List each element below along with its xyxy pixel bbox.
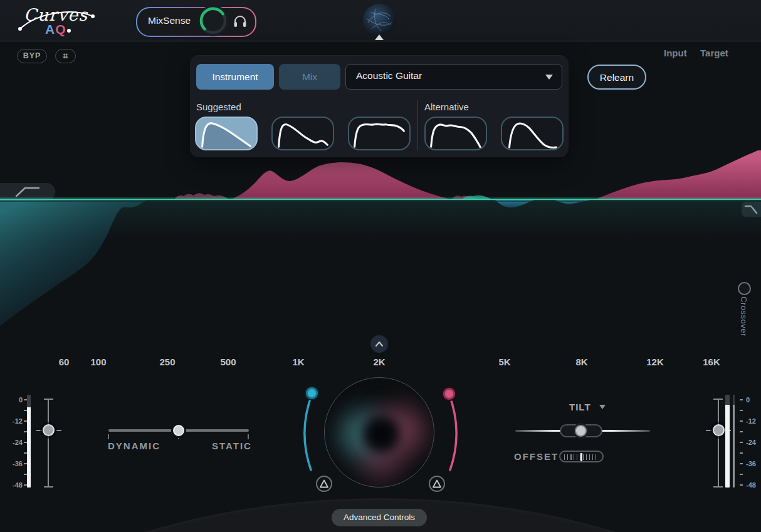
macro-orb-control[interactable]: [324, 377, 434, 488]
slider-end-cap: [44, 399, 53, 400]
thumbnail-divider: [417, 100, 418, 150]
freq-label-12k: 12K: [636, 357, 674, 367]
chevron-down-icon: [545, 75, 553, 80]
lowpass-filter-handle[interactable]: [742, 202, 761, 217]
instrument-dropdown[interactable]: Acoustic Guitar: [345, 64, 562, 90]
slider-hairline: [56, 430, 61, 431]
delta-left-button[interactable]: [316, 476, 332, 492]
spectrum-display[interactable]: [0, 150, 761, 351]
input-meter-label[interactable]: Input: [664, 48, 687, 58]
db-scale-label: 0: [9, 396, 23, 404]
db-scale-label: -12: [746, 417, 761, 425]
offset-label: OFFSET: [514, 451, 559, 462]
preset-thumbnail-suggested-2[interactable]: [271, 117, 334, 150]
freq-label-250: 250: [149, 357, 186, 367]
static-label: STATIC: [212, 441, 252, 451]
crossover-knob[interactable]: [738, 282, 751, 295]
logo-q-dot: [67, 29, 71, 33]
freq-label-16k: 16K: [693, 357, 730, 367]
alternative-label: Alternative: [424, 102, 469, 112]
collapse-panel-button[interactable]: [370, 335, 388, 353]
below-line-wash: [0, 199, 761, 238]
target-meter-label[interactable]: Target: [700, 48, 728, 58]
instrument-dropdown-value: Acoustic Guitar: [356, 70, 422, 81]
excess-area-mid: [231, 162, 450, 199]
caret-down-icon[interactable]: [599, 405, 606, 409]
tilt-mode-dropdown[interactable]: TILT: [569, 402, 591, 412]
offset-center-tick: [580, 453, 582, 461]
logo-aq: AQ: [45, 22, 66, 37]
db-scale-label: -36: [746, 460, 761, 467]
lowpass-filter-icon: [742, 202, 761, 217]
brain-orb-icon[interactable]: [363, 4, 396, 36]
preset-thumbnail-suggested-3[interactable]: [348, 117, 411, 150]
freq-label-5k: 5K: [486, 357, 523, 367]
app-logo: Curves AQ: [15, 3, 103, 39]
teal-bump-right: [462, 196, 492, 199]
db-scale-label: -36: [9, 460, 23, 467]
top-divider: [0, 41, 761, 41]
freq-label-1k: 1K: [280, 357, 317, 367]
freq-label-100: 100: [80, 357, 117, 367]
input-gain-slider-knob[interactable]: [43, 424, 55, 436]
teal-node-handle[interactable]: [305, 386, 319, 400]
freq-label-60: 60: [45, 357, 83, 367]
slider-hairline: [706, 430, 711, 431]
mixsense-label: MixSense: [148, 15, 191, 26]
chevron-up-icon: [370, 335, 388, 353]
slider-hairline: [36, 430, 42, 431]
offset-scrub-wheel[interactable]: [559, 451, 604, 462]
tilt-slider-knob[interactable]: [575, 425, 587, 437]
tab-mix[interactable]: Mix: [279, 64, 340, 90]
db-scale-label: -12: [9, 417, 23, 425]
db-tick-marks: [740, 399, 743, 486]
triangle-up-icon: [317, 477, 331, 491]
crossover-label: Crossover: [739, 296, 748, 336]
excess-area-right: [596, 150, 761, 199]
delta-right-button[interactable]: [429, 476, 445, 492]
db-scale-label: -48: [746, 481, 761, 489]
slider-end-cap: [713, 486, 723, 488]
orb-dark-core: [357, 412, 405, 456]
pink-node-handle[interactable]: [442, 387, 456, 401]
slider-end-cap: [713, 399, 723, 400]
triangle-up-icon: [430, 477, 444, 491]
highpass-filter-handle[interactable]: [0, 183, 55, 201]
freq-label-8k: 8K: [563, 357, 601, 367]
dynamic-label: DYNAMIC: [108, 441, 160, 451]
panel-notch-arrow[interactable]: [375, 34, 384, 40]
headphones-icon[interactable]: [233, 14, 248, 29]
slider-end-cap: [44, 486, 53, 488]
output-gain-slider-knob[interactable]: [713, 424, 725, 436]
suggested-label: Suggested: [196, 102, 241, 112]
slider-tick: [108, 434, 109, 439]
mixsense-knob[interactable]: [197, 5, 229, 36]
preset-panel: Instrument Mix Acoustic Guitar Suggested…: [190, 55, 569, 157]
db-scale-label: -48: [9, 481, 23, 489]
db-scale-label: -24: [746, 439, 761, 446]
mixsense-control[interactable]: MixSense: [136, 7, 256, 37]
input-gain-slider-track[interactable]: [48, 399, 49, 488]
teal-dip-1: [495, 199, 536, 207]
small-bumps-left: [174, 193, 229, 199]
hash-grid-button[interactable]: ⌗: [55, 49, 76, 63]
preset-thumbnail-suggested-1[interactable]: [195, 117, 258, 150]
output-gain-slider-track[interactable]: [718, 399, 719, 488]
tab-instrument[interactable]: Instrument: [196, 64, 274, 90]
output-level-meter-secondary: [733, 395, 735, 488]
excess-bumps-mid: [451, 196, 478, 199]
dynamic-static-slider-knob[interactable]: [173, 425, 184, 436]
preset-thumbnail-alternative-2[interactable]: [501, 117, 564, 150]
advanced-controls-button[interactable]: Advanced Controls: [332, 509, 427, 526]
input-deficit-area: [0, 199, 148, 326]
preset-thumbnail-alternative-1[interactable]: [424, 117, 487, 150]
curves-aq-plugin-window: Curves AQ MixSense: [0, 0, 761, 532]
db-scale-label: 0: [746, 396, 761, 404]
db-scale-label: -24: [9, 439, 23, 446]
bypass-button[interactable]: BYP: [17, 49, 47, 63]
highpass-filter-icon: [0, 183, 55, 201]
slider-tick: [248, 434, 249, 439]
relearn-button[interactable]: Relearn: [587, 65, 646, 90]
freq-label-2k: 2K: [360, 357, 398, 367]
input-level-meter: [27, 395, 31, 488]
